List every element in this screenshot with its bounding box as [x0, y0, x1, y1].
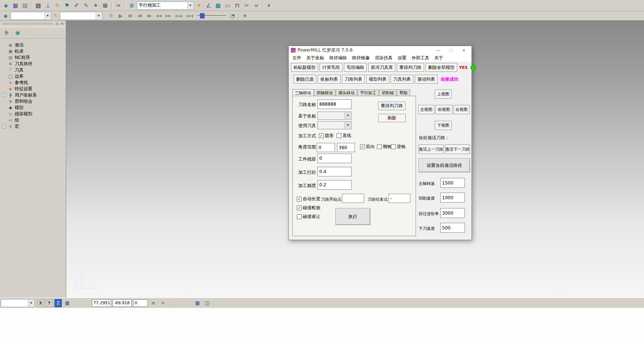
view-top-button[interactable]: 上视图 — [435, 89, 452, 99]
delete-selected-button[interactable]: 删除已选 — [293, 75, 316, 84]
jump-end-icon[interactable]: ▶▶▮ — [185, 12, 195, 20]
tree-item-tools[interactable]: ⊤ 刀具 — [0, 67, 66, 73]
execute-button[interactable]: 执行 — [335, 208, 370, 225]
menu-about[interactable]: 关于 — [432, 54, 446, 62]
trim-icon[interactable]: ✂ — [242, 1, 251, 10]
play-icon[interactable]: ▶ — [116, 12, 125, 20]
rearrange-button[interactable]: 重排列刀路 — [378, 102, 406, 110]
tree-item-nc-programs[interactable]: ▤ NC程序 — [0, 55, 66, 61]
panel-float-icon[interactable]: ▫ — [54, 21, 60, 26]
conventional-checkbox[interactable]: 逆铣 — [391, 144, 406, 150]
stepover-input[interactable] — [317, 167, 352, 176]
checkbox-box[interactable]: ✓ — [360, 144, 365, 149]
coord-y-input[interactable] — [113, 299, 132, 307]
bulb-icon[interactable]: ☼ — [107, 12, 115, 20]
set-active-path-button[interactable]: 设置当前激活路径 — [419, 158, 470, 172]
menu-settings[interactable]: 设置 — [395, 54, 409, 62]
block-add-icon[interactable]: ⊞ — [101, 1, 110, 10]
pencil-icon[interactable]: ✎ — [82, 1, 90, 10]
delete-all-models-button[interactable]: 删除全部模型 — [426, 63, 457, 72]
spindle-speed-input[interactable] — [440, 178, 465, 188]
list-icon[interactable]: ≡ — [149, 299, 157, 307]
tree-item-models[interactable]: ◆ 模型 — [0, 105, 66, 111]
model-list-button[interactable]: 模型列表 — [366, 75, 389, 84]
workplane-icon[interactable]: ⊥ — [43, 1, 52, 10]
shield-icon[interactable]: ♡ — [24, 28, 33, 37]
clamp-icon[interactable]: ⊓ — [233, 1, 242, 10]
transform-icon[interactable]: ✦ — [91, 1, 100, 10]
cutting-feed-input[interactable] — [440, 193, 465, 203]
pm-layers-icon[interactable]: ◈ — [1, 1, 10, 10]
panel-grip[interactable] — [3, 23, 53, 25]
flag-icon[interactable]: ⚑ — [63, 1, 71, 10]
tab-help[interactable]: 帮助 — [397, 89, 410, 96]
edit-icon[interactable]: ✎ — [52, 12, 59, 20]
plunge-feed-input[interactable] — [440, 223, 465, 233]
view-bottom-button[interactable]: 下视图 — [435, 121, 452, 130]
maximize-icon[interactable]: □ — [445, 47, 456, 53]
tab-tilt-head[interactable]: 摆头联动 — [336, 89, 357, 96]
axis-y-button[interactable]: Y — [46, 299, 53, 307]
coord-z-input[interactable] — [133, 299, 148, 307]
tree-item-macros[interactable]: + § 宏 — [0, 123, 66, 130]
expand-icon[interactable]: + — [2, 93, 6, 97]
checkbox-box[interactable]: ✓ — [297, 197, 302, 201]
strategy-preset-dropdown[interactable]: 平行精加工 — [137, 1, 194, 10]
menu-external-tools[interactable]: 外部工具 — [409, 54, 432, 62]
activate-next-button[interactable]: 激活下一刀路 — [445, 144, 470, 154]
toolpath-name-input[interactable] — [317, 99, 352, 109]
tree-item-levels[interactable]: ≡ 层和组合 — [0, 98, 66, 105]
angle-to-input[interactable] — [337, 143, 355, 152]
menu-file[interactable]: 文件 — [290, 54, 304, 62]
menu-path-mirror[interactable]: 路径镜像 — [349, 54, 372, 62]
coord-list-button[interactable]: 坐标列表 — [318, 75, 341, 84]
view-left-button[interactable]: 左视图 — [418, 105, 434, 114]
save-icon[interactable]: ▦ — [11, 1, 20, 10]
angle-from-input[interactable] — [317, 143, 335, 152]
back-icon[interactable]: ◀◀ — [154, 12, 163, 20]
checkbox-box[interactable]: ✓ — [297, 206, 302, 210]
forward-icon[interactable]: ▶▶ — [164, 12, 173, 20]
close-icon[interactable]: × — [458, 47, 469, 53]
statusbar-dropdown[interactable] — [1, 299, 35, 307]
grid-icon[interactable]: ▦ — [214, 1, 223, 10]
tab-parallel[interactable]: 平行加工 — [357, 89, 379, 96]
menu-path-edit[interactable]: 路径编辑 — [327, 54, 349, 62]
drive-list-button[interactable]: 驱动列表 — [415, 75, 438, 84]
end-point-input[interactable] — [388, 194, 410, 203]
panel-close-icon[interactable]: × — [60, 21, 65, 26]
tree-item-workplanes[interactable]: + ╋ 用户坐标系 — [0, 92, 66, 98]
strategy-list-icon[interactable]: ≣ — [127, 1, 136, 10]
sim-tool-dropdown[interactable] — [60, 12, 102, 20]
sim-toolpath-dropdown[interactable] — [11, 12, 51, 20]
collision-check-checkbox[interactable]: ✓ 碰撞检测 — [297, 205, 320, 211]
climb-checkbox[interactable]: 顺铣 — [377, 144, 392, 150]
pause-icon[interactable]: ▮▮ — [126, 12, 135, 20]
sim-speed-slider[interactable] — [197, 13, 226, 19]
table-icon[interactable]: ▦ — [63, 299, 71, 307]
collision-avoid-checkbox[interactable]: 碰撞避让 — [297, 214, 320, 220]
minimize-icon[interactable]: — — [433, 47, 444, 53]
pm-layers-icon[interactable]: ◈ — [1, 12, 10, 20]
checkbox-box[interactable] — [377, 144, 382, 149]
tab-3axis[interactable]: 三轴联动 — [292, 89, 314, 96]
zlevel-icon[interactable]: ∠ — [204, 1, 213, 10]
tree-icon[interactable]: ⊪ — [3, 28, 11, 37]
activate-prev-button[interactable]: 激活上一刀路 — [419, 144, 444, 154]
calc-block-button[interactable]: 计算毛坯 — [320, 63, 342, 72]
tab-saw[interactable]: 切割锯 — [379, 89, 396, 96]
clock-icon[interactable]: ◔ — [228, 12, 237, 20]
jump-start-icon[interactable]: ▮◀◀ — [174, 12, 184, 20]
block-edit-button[interactable]: 毛坯编辑 — [344, 63, 367, 72]
stock-input[interactable] — [317, 154, 352, 163]
view-front-button[interactable]: 前视图 — [435, 105, 452, 114]
tree-item-stock-models[interactable]: ◇ 残留模型 — [0, 111, 66, 117]
use-tool-dropdown[interactable] — [317, 121, 352, 129]
step-end-icon[interactable]: ▮▶ — [145, 12, 154, 20]
block-icon[interactable]: ▧ — [34, 1, 43, 10]
axis-x-button[interactable]: X — [37, 299, 44, 307]
curve-icon[interactable]: ✐ — [72, 1, 81, 10]
slider-handle[interactable] — [200, 13, 204, 18]
axis-z-button[interactable]: Z — [54, 299, 62, 307]
coord-x-input[interactable] — [92, 299, 111, 307]
